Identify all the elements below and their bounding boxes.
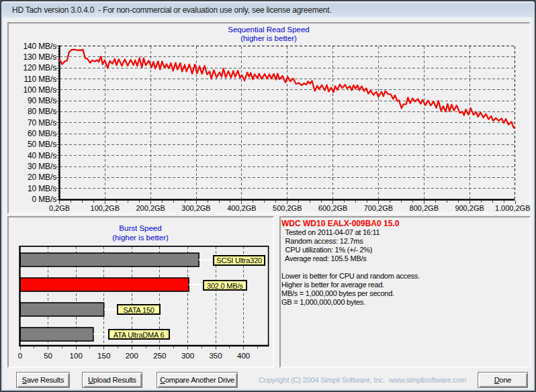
svg-text:100: 100: [70, 352, 83, 360]
svg-text:(higher is better): (higher is better): [112, 234, 169, 242]
svg-text:200: 200: [126, 352, 138, 360]
svg-text:350: 350: [209, 352, 222, 360]
svg-text:300: 300: [181, 352, 194, 360]
svg-text:150: 150: [97, 352, 110, 360]
svg-text:400: 400: [237, 352, 250, 360]
svg-text:Burst Speed: Burst Speed: [119, 224, 161, 232]
svg-text:50: 50: [44, 352, 52, 360]
svg-text:0: 0: [18, 352, 22, 360]
svg-text:250: 250: [153, 352, 166, 360]
